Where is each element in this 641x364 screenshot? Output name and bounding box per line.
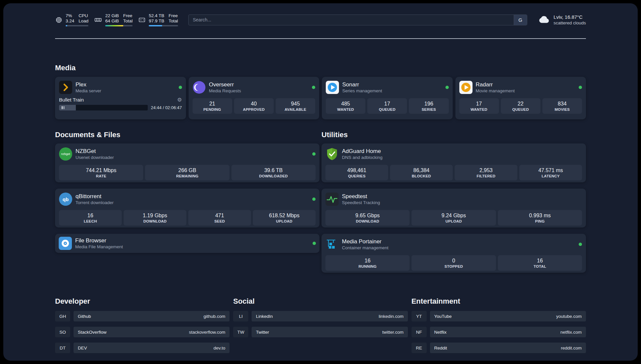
bookmark-row-twitter: TW Twitter twitter.com: [233, 327, 408, 337]
cpu-load-value: 3.24: [66, 18, 74, 24]
app-card-nzbget[interactable]: nzbget NZBGet Usenet downloader 744.21 M…: [55, 143, 320, 182]
qbittorrent-icon: qb: [59, 193, 72, 206]
bookmark-abbr: DT: [55, 343, 70, 353]
bookmark-name: LinkedIn: [256, 314, 273, 319]
topbar-divider: [55, 38, 586, 39]
stat-box: 471 SEED: [188, 210, 251, 226]
stat-label: QUERIES: [348, 174, 365, 178]
stat-label: DOWNLOAD: [143, 219, 167, 223]
stat-label: TOTAL: [534, 264, 546, 268]
stat-label: UPLOAD: [276, 219, 292, 223]
bookmark-link-linkedin[interactable]: LinkedIn linkedin.com: [252, 311, 408, 321]
bookmark-link-twitter[interactable]: Twitter twitter.com: [252, 327, 408, 337]
stat-label: AVAILABLE: [285, 107, 306, 111]
stat-box: 9.24 Gbps UPLOAD: [412, 210, 496, 226]
ram-usage-bar: [105, 25, 133, 26]
app-card-adguard[interactable]: AdGuard Home DNS and adblocking 498,461 …: [321, 143, 586, 182]
app-name: Overseerr: [209, 81, 241, 88]
status-dot: [179, 86, 182, 89]
app-card-portainer[interactable]: Media Portainer Container management 16 …: [321, 234, 586, 273]
stat-box: 22 QUEUED: [501, 98, 540, 114]
dashboard-panel: 7% 3.24 CPU Load: [3, 3, 638, 361]
bookmark-link-reddit[interactable]: Reddit reddit.com: [430, 343, 586, 353]
stat-label: STOPPED: [444, 264, 463, 268]
stat-box: 16 RUNNING: [325, 255, 410, 271]
app-card-speedtest[interactable]: Speedtest Speedtest Tracking 9.65 Gbps D…: [321, 189, 586, 228]
stat-value: 40: [251, 101, 257, 107]
bookmarks-social: Social LI LinkedIn linkedin.com TW Twitt…: [233, 297, 408, 353]
stat-value: 196: [424, 101, 433, 107]
bookmark-link-youtube[interactable]: YouTube youtube.com: [430, 311, 586, 321]
stat-value: 485: [341, 101, 350, 107]
stat-box: 21 PENDING: [193, 98, 232, 114]
app-card-qbittorrent[interactable]: qb qBittorrent Torrent downloader 16 LEE…: [55, 189, 320, 228]
stat-box: 17 WANTED: [459, 98, 499, 114]
stat-box: 266 GB REMAINING: [145, 165, 229, 180]
stat-label: SERIES: [422, 107, 436, 111]
filebrowser-icon: [59, 237, 72, 250]
app-card-overseerr[interactable]: Overseerr Media Requests 21 PENDING 40 A…: [189, 77, 320, 119]
status-dot: [312, 86, 315, 89]
app-card-filebrowser[interactable]: File Browser Media File Management: [55, 234, 320, 253]
playback-progress-bar[interactable]: [59, 105, 148, 110]
ram-widget: 22 GiB 64 GiB Free Total: [94, 13, 133, 26]
disk-free-value: 52.4 TB: [149, 13, 164, 18]
bookmark-row-github: GH Github github.com: [55, 311, 229, 321]
bookmark-row-reddit: RE Reddit reddit.com: [412, 343, 586, 353]
app-name: AdGuard Home: [342, 148, 382, 155]
app-card-sonarr[interactable]: Sonarr Series management 485 WANTED 17 Q…: [322, 77, 453, 119]
radarr-icon: [459, 81, 473, 94]
sonarr-icon: [326, 81, 339, 94]
stat-label: DOWNLOADED: [259, 174, 288, 178]
app-card-plex[interactable]: Plex Media server Bullet Train ⚙ 24:44 /…: [55, 77, 186, 119]
ram-free-label: Free: [123, 13, 133, 18]
stat-value: 1.19 Gbps: [143, 213, 167, 219]
status-dot: [313, 242, 316, 245]
app-subtitle: Media Requests: [209, 88, 241, 94]
bookmark-url: netflix.com: [560, 330, 582, 335]
search-engine-button[interactable]: G: [514, 15, 527, 25]
pause-icon[interactable]: [62, 106, 64, 109]
app-name: File Browser: [75, 237, 123, 244]
stat-value: 21: [209, 101, 215, 107]
ram-total-label: Total: [123, 18, 133, 24]
disk-free-label: Free: [168, 13, 178, 18]
app-name: Plex: [76, 81, 101, 88]
bookmark-name: Netflix: [434, 330, 447, 335]
app-name: NZBGet: [76, 148, 114, 155]
bookmark-link-github[interactable]: Github github.com: [74, 311, 229, 321]
portainer-icon: [325, 238, 339, 251]
search-bar: G: [188, 15, 527, 25]
stat-value: 0: [452, 258, 455, 264]
utilities-column: Utilities AdGuard Home DNS and adblockin…: [321, 131, 586, 273]
stat-box: 196 SERIES: [409, 98, 448, 114]
bookmark-link-netflix[interactable]: Netflix netflix.com: [430, 327, 586, 337]
bookmark-url: reddit.com: [561, 346, 582, 350]
disk-widget: 52.4 TB 97.9 TB Free Total: [138, 13, 178, 26]
bookmark-row-linkedin: LI LinkedIn linkedin.com: [233, 311, 408, 321]
bookmark-link-stackoverflow[interactable]: StackOverflow stackoverflow.com: [74, 327, 229, 337]
cpu-percent: 7%: [66, 13, 74, 18]
bookmark-row-stackoverflow: SO StackOverflow stackoverflow.com: [55, 327, 229, 337]
app-name: Media Portainer: [342, 238, 388, 245]
stat-value: 16: [537, 258, 543, 264]
bookmark-link-dev[interactable]: DEV dev.to: [74, 343, 229, 353]
ram-free-value: 22 GiB: [105, 13, 119, 18]
settings-gear-icon[interactable]: ⚙: [177, 97, 182, 103]
section-title-media: Media: [55, 64, 586, 72]
disk-usage-bar: [149, 25, 178, 26]
now-playing-title: Bullet Train: [59, 97, 84, 103]
stat-box: 86,384 BLOCKED: [390, 165, 453, 180]
search-input[interactable]: [189, 15, 514, 25]
stat-box: 1.19 Gbps DOWNLOAD: [124, 210, 186, 226]
nzbget-icon: nzbget: [59, 147, 72, 161]
cpu-load-label: Load: [78, 18, 88, 24]
weather-widget: Lviv, 16.87°C scattered clouds: [538, 14, 586, 26]
stat-label: FILTERED: [477, 174, 496, 178]
weather-condition: scattered clouds: [554, 20, 586, 26]
bookmark-row-dev: DT DEV dev.to: [55, 343, 229, 353]
app-card-radarr[interactable]: Radarr Movie management 17 WANTED 22 QUE…: [455, 77, 586, 119]
stat-box: 2,953 FILTERED: [455, 165, 517, 180]
stat-label: DOWNLOAD: [356, 219, 379, 223]
stat-label: SEED: [214, 219, 225, 223]
